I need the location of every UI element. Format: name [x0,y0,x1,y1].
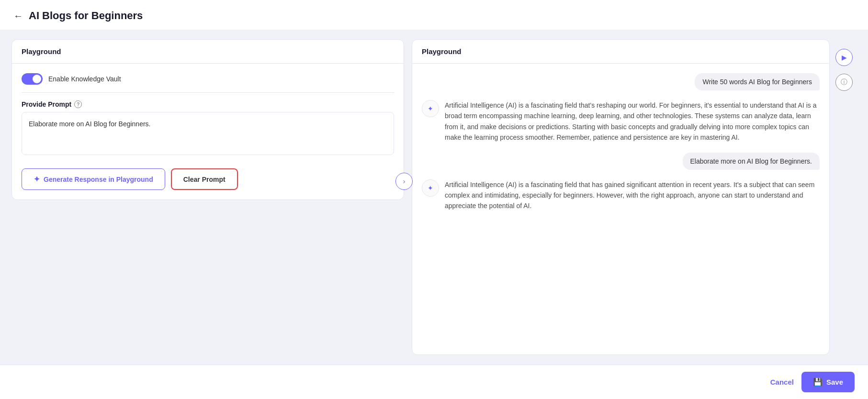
provide-prompt-text: Provide Prompt [22,100,71,108]
ai-text-1: Artificial Intelligence (AI) is a fascin… [445,100,820,143]
user-message-1: Write 50 words AI Blog for Beginners [422,73,820,90]
generate-button-label: Generate Response in Playground [44,176,153,183]
ai-response-1: ✦ Artificial Intelligence (AI) is a fasc… [422,100,820,143]
save-icon: 💾 [813,377,823,387]
sparkle-ai-icon-2: ✦ [428,184,433,192]
provide-prompt-label: Provide Prompt ? [22,100,394,108]
knowledge-vault-toggle[interactable] [22,73,43,85]
panel-arrow-button[interactable]: › [395,173,413,190]
info-icon: ⓘ [841,78,847,87]
clear-prompt-button[interactable]: Clear Prompt [171,168,238,190]
page-title: AI Blogs for Beginners [29,10,143,22]
right-section: Playground Write 50 words AI Blog for Be… [412,39,857,355]
right-panel: Playground Write 50 words AI Blog for Be… [412,39,830,355]
right-panel-header: Playground [412,40,829,64]
info-icon-button[interactable]: ⓘ [835,74,853,91]
right-panel-body[interactable]: Write 50 words AI Blog for Beginners ✦ A… [412,64,829,355]
sparkle-icon: ✦ [34,175,40,184]
user-bubble-text-2: Elaborate more on AI Blog for Beginners. [683,153,820,170]
back-arrow-icon: ← [13,11,23,22]
arrow-right-icon: › [403,177,406,185]
left-panel-header: Playground [12,40,404,64]
back-button[interactable]: ← [13,11,23,22]
left-section: Playground Enable Knowledge Vault Provid… [11,39,404,355]
save-button-label: Save [826,378,843,386]
ai-avatar-1: ✦ [422,100,439,117]
provide-prompt-section: Provide Prompt ? [22,100,394,157]
left-panel-body: Enable Knowledge Vault Provide Prompt ? [12,64,404,200]
user-message-2: Elaborate more on AI Blog for Beginners. [422,153,820,170]
page-header: ← AI Blogs for Beginners [0,0,868,30]
sidebar-right: ▶ ⓘ [832,39,857,355]
panels-row: Playground Enable Knowledge Vault Provid… [11,39,857,355]
left-panel: Playground Enable Knowledge Vault Provid… [11,39,404,200]
action-buttons: ✦ Generate Response in Playground Clear … [22,168,394,190]
clear-button-label: Clear Prompt [183,176,225,183]
prompt-textarea[interactable] [22,112,394,155]
main-content: Playground Enable Knowledge Vault Provid… [0,30,868,365]
user-bubble-text-1: Write 50 words AI Blog for Beginners [695,73,820,90]
cancel-button[interactable]: Cancel [770,378,794,386]
knowledge-vault-row: Enable Knowledge Vault [22,73,394,93]
ai-response-2: ✦ Artificial Intelligence (AI) is a fasc… [422,179,820,211]
save-button[interactable]: 💾 Save [801,372,855,392]
generate-button[interactable]: ✦ Generate Response in Playground [22,168,165,190]
ai-text-2: Artificial Intelligence (AI) is a fascin… [445,179,820,211]
play-icon: ▶ [842,54,847,61]
sparkle-ai-icon-1: ✦ [428,105,433,112]
footer: Cancel 💾 Save [0,365,868,399]
play-icon-button[interactable]: ▶ [835,49,853,66]
ai-avatar-2: ✦ [422,179,439,197]
knowledge-vault-label: Enable Knowledge Vault [48,75,121,83]
help-icon[interactable]: ? [74,100,82,108]
